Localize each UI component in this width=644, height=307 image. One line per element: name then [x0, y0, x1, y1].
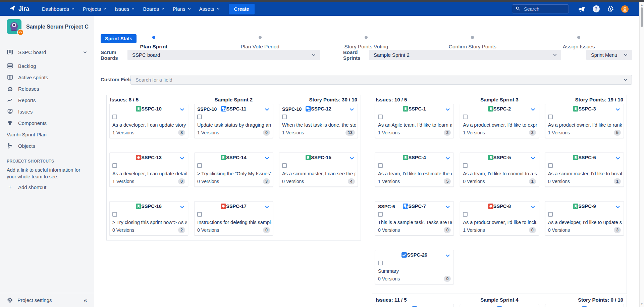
page-scrollbar[interactable]: ▲ ▼: [639, 2, 644, 307]
chevron-down-icon[interactable]: [530, 107, 536, 112]
sprint-menu-select[interactable]: Sprint Menu: [586, 50, 632, 60]
help-icon[interactable]: ?: [592, 5, 600, 13]
issue-checkbox[interactable]: [282, 163, 287, 168]
issue-checkbox[interactable]: [548, 163, 553, 168]
project-avatar[interactable]: <>: [7, 19, 21, 34]
nav-search[interactable]: [512, 4, 569, 13]
chevron-down-icon[interactable]: [445, 204, 450, 210]
chevron-down-icon[interactable]: [179, 107, 185, 112]
search-input[interactable]: [523, 6, 565, 12]
chevron-down-icon[interactable]: [615, 156, 621, 161]
sidebar-item-releases[interactable]: Releases: [0, 83, 94, 94]
step-story-points-voting[interactable]: Story Points Voting: [313, 36, 420, 50]
issue-card-sspc-3[interactable]: SSPC-3 As a product owner, I'd like to r…: [545, 104, 624, 138]
issue-card-sspc-16[interactable]: SSPC-16 > Try closing this sprint now"> …: [109, 201, 188, 235]
issue-checkbox[interactable]: [463, 163, 468, 168]
create-button[interactable]: Create: [229, 4, 255, 14]
issue-card-partial[interactable]: [460, 304, 539, 307]
sidebar-item-active-sprints[interactable]: Active sprints: [0, 72, 94, 83]
announcement-icon[interactable]: [577, 5, 586, 13]
issue-card-sspc-14[interactable]: SSPC-14 > Try clicking the "Only My Issu…: [194, 152, 273, 187]
issue-checkbox[interactable]: [197, 163, 202, 168]
issue-card-partial[interactable]: [375, 304, 454, 307]
scrollbar-thumb[interactable]: [641, 7, 643, 27]
chevron-down-icon[interactable]: [349, 107, 355, 112]
issue-checkbox[interactable]: [548, 115, 553, 119]
issue-checkbox[interactable]: [378, 261, 383, 265]
nav-item-assets[interactable]: Assets: [196, 4, 223, 14]
issue-checkbox[interactable]: [112, 115, 117, 119]
chevron-down-icon[interactable]: [264, 204, 270, 210]
sidebar-item-reports[interactable]: Reports: [0, 94, 94, 106]
issue-checkbox[interactable]: [112, 212, 117, 217]
issue-card-sspc-11[interactable]: SSPC-10 SSPC-11 Update task status by dr…: [194, 104, 273, 138]
nav-item-boards[interactable]: Boards: [140, 4, 168, 14]
issue-checkbox[interactable]: [548, 212, 553, 217]
issue-card-sspc-13[interactable]: SSPC-13 As a developer, I can update det…: [109, 152, 188, 187]
sidebar-item-sspc-board[interactable]: SSPC board: [0, 46, 94, 58]
issue-checkbox[interactable]: [378, 212, 383, 217]
nav-item-projects[interactable]: Projects: [79, 4, 110, 14]
issue-card-sspc-6[interactable]: SSPC-6 As a scrum master, I'd like to br…: [545, 152, 624, 187]
chevron-down-icon[interactable]: [349, 156, 355, 161]
nav-item-issues[interactable]: Issues: [111, 4, 138, 14]
chevron-down-icon[interactable]: [179, 156, 185, 161]
issue-card-sspc-26[interactable]: SSPC-26 Summary 0 Versions 0: [375, 250, 454, 284]
sidebar-item-components[interactable]: Components: [0, 117, 94, 129]
sidebar-item-vamhi-sprint-plan[interactable]: Vamhi Sprint Plan: [0, 129, 94, 140]
story-icon: [488, 106, 493, 112]
issue-card-sspc-15[interactable]: SSPC-15 As a scrum master, I can see the…: [279, 152, 358, 187]
issue-checkbox[interactable]: [378, 115, 383, 119]
chevron-down-icon[interactable]: [264, 156, 270, 161]
nav-item-dashboards[interactable]: Dashboards: [39, 4, 78, 14]
issue-card-sspc-8[interactable]: SSPC-8 As a product owner, I'd like to i…: [460, 201, 539, 235]
add-shortcut-button[interactable]: + Add shortcut: [7, 184, 46, 190]
issue-checkbox[interactable]: [282, 115, 287, 119]
issue-checkbox[interactable]: [112, 163, 117, 168]
sidebar-item-objects[interactable]: Objects: [0, 140, 94, 151]
user-avatar[interactable]: [621, 5, 629, 13]
chevron-down-icon[interactable]: [530, 204, 536, 210]
issue-card-sspc-7[interactable]: SSPC-6 SSPC-7 This is a sample task. Tas…: [375, 201, 454, 235]
search-icon: [516, 6, 520, 12]
issue-checkbox[interactable]: [463, 115, 468, 119]
collapse-sidebar-icon[interactable]: «: [84, 297, 87, 303]
issue-card-sspc-10[interactable]: SSPC-10 As a developer, I can update sto…: [109, 104, 188, 138]
issue-card-sspc-4[interactable]: SSPC-4 As a team, I'd like to estimate t…: [375, 152, 454, 187]
scroll-up-icon[interactable]: ▲: [640, 3, 644, 6]
issue-checkbox[interactable]: [463, 212, 468, 217]
nav-item-plans[interactable]: Plans: [169, 4, 195, 14]
issue-card-sspc-12[interactable]: SSPC-10 SSPC-12 When the last task is do…: [279, 104, 358, 138]
issue-card-partial[interactable]: [545, 304, 624, 307]
issue-card-sspc-9[interactable]: SSPC-9 As a developer, I'd like to updat…: [545, 201, 624, 235]
issue-checkbox[interactable]: [378, 163, 383, 168]
chevron-down-icon[interactable]: [530, 156, 536, 161]
chevron-down-icon[interactable]: [445, 107, 450, 112]
sidebar-item-backlog[interactable]: Backlog: [0, 60, 94, 72]
custom-field-input[interactable]: [135, 77, 621, 83]
chevron-down-icon[interactable]: [445, 156, 450, 161]
chevron-down-icon[interactable]: [615, 204, 621, 210]
scrum-board-select[interactable]: SSPC board: [127, 50, 320, 60]
sidebar-item-issues[interactable]: Issues: [0, 106, 94, 117]
project-settings-button[interactable]: Project settings «: [0, 293, 94, 307]
chevron-down-icon[interactable]: [179, 204, 185, 210]
issue-checkbox[interactable]: [197, 115, 202, 119]
issue-card-sspc-5[interactable]: SSPC-5 As a team, I'd like to commit to …: [460, 152, 539, 187]
issue-checkbox[interactable]: [197, 212, 202, 217]
step-assign-issues[interactable]: Assign Issues: [526, 36, 632, 50]
issue-card-sspc-2[interactable]: SSPC-2 As a product owner, I'd like to e…: [460, 104, 539, 138]
scroll-down-icon[interactable]: ▼: [640, 303, 644, 306]
custom-field-select[interactable]: [130, 75, 632, 85]
jira-logo[interactable]: Jira: [9, 4, 29, 13]
settings-icon[interactable]: [606, 5, 615, 13]
step-confirm-story-points[interactable]: Confirm Story Points: [419, 36, 526, 50]
step-plan-vote-period[interactable]: Plan Vote Period: [207, 36, 313, 50]
chevron-down-icon[interactable]: [264, 107, 270, 112]
chevron-down-icon[interactable]: [615, 107, 621, 112]
issue-card-sspc-17[interactable]: SSPC-17 Instructions for deleting this s…: [194, 201, 273, 235]
issue-card-sspc-1[interactable]: SSPC-1 As an Agile team, I'd like to lea…: [375, 104, 454, 138]
step-plan-sprint[interactable]: Plan Sprint: [101, 36, 207, 50]
chevron-down-icon[interactable]: [445, 253, 450, 258]
board-sprint-select[interactable]: Sample Sprint 2: [369, 50, 561, 60]
